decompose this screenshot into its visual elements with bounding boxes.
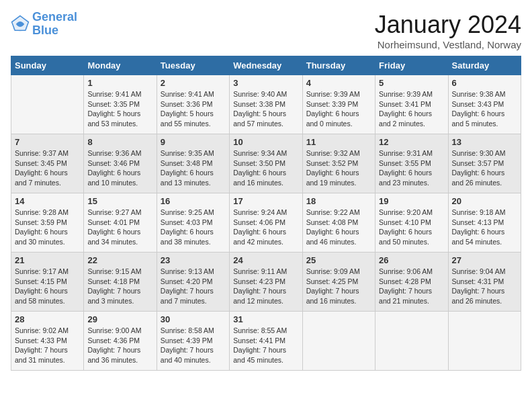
calendar-cell: 5Sunrise: 9:39 AMSunset: 3:41 PMDaylight… [375, 75, 448, 134]
calendar-cell: 2Sunrise: 9:41 AMSunset: 3:36 PMDaylight… [157, 75, 229, 134]
calendar-cell: 4Sunrise: 9:39 AMSunset: 3:39 PMDaylight… [302, 75, 375, 134]
header-friday: Friday [375, 56, 448, 75]
calendar-cell: 16Sunrise: 9:25 AMSunset: 4:03 PMDayligh… [157, 193, 229, 253]
day-number: 31 [233, 314, 298, 324]
calendar-cell: 20Sunrise: 9:18 AMSunset: 4:13 PMDayligh… [448, 193, 521, 253]
calendar-cell: 23Sunrise: 9:13 AMSunset: 4:20 PMDayligh… [157, 253, 229, 312]
calendar-cell: 28Sunrise: 9:02 AMSunset: 4:33 PMDayligh… [11, 312, 84, 371]
header-tuesday: Tuesday [157, 56, 229, 75]
day-info: Sunrise: 9:28 AMSunset: 3:59 PMDaylight:… [15, 208, 80, 247]
day-number: 15 [87, 196, 152, 206]
calendar-cell: 6Sunrise: 9:38 AMSunset: 3:43 PMDaylight… [448, 75, 521, 134]
page-header: General Blue January 2024 Norheimsund, V… [11, 11, 521, 50]
calendar-cell: 13Sunrise: 9:30 AMSunset: 3:57 PMDayligh… [448, 134, 521, 193]
day-info: Sunrise: 9:20 AMSunset: 4:10 PMDaylight:… [379, 208, 444, 247]
calendar-cell [448, 312, 521, 371]
calendar-cell: 8Sunrise: 9:36 AMSunset: 3:46 PMDaylight… [84, 134, 157, 193]
calendar-cell: 18Sunrise: 9:22 AMSunset: 4:08 PMDayligh… [302, 193, 375, 253]
day-info: Sunrise: 9:15 AMSunset: 4:18 PMDaylight:… [87, 267, 152, 306]
day-info: Sunrise: 9:32 AMSunset: 3:52 PMDaylight:… [306, 148, 371, 188]
day-number: 16 [161, 196, 226, 206]
day-info: Sunrise: 9:37 AMSunset: 3:45 PMDaylight:… [15, 148, 80, 188]
calendar-cell [11, 75, 84, 134]
day-number: 17 [233, 196, 298, 206]
day-number: 1 [87, 78, 152, 88]
logo-icon [11, 15, 30, 34]
header-sunday: Sunday [11, 56, 84, 75]
day-info: Sunrise: 9:13 AMSunset: 4:20 PMDaylight:… [161, 267, 226, 306]
calendar-cell [302, 312, 375, 371]
day-number: 24 [233, 255, 298, 265]
day-info: Sunrise: 9:40 AMSunset: 3:38 PMDaylight:… [233, 89, 298, 129]
day-info: Sunrise: 9:36 AMSunset: 3:46 PMDaylight:… [87, 148, 152, 188]
day-number: 20 [452, 196, 517, 206]
day-number: 27 [452, 255, 517, 265]
calendar-cell: 26Sunrise: 9:06 AMSunset: 4:28 PMDayligh… [375, 253, 448, 312]
day-number: 21 [15, 255, 80, 265]
day-number: 19 [379, 196, 444, 206]
calendar-week-row: 7Sunrise: 9:37 AMSunset: 3:45 PMDaylight… [11, 134, 521, 193]
day-info: Sunrise: 9:27 AMSunset: 4:01 PMDaylight:… [87, 208, 152, 247]
location-subtitle: Norheimsund, Vestland, Norway [375, 39, 521, 50]
calendar-cell: 21Sunrise: 9:17 AMSunset: 4:15 PMDayligh… [11, 253, 84, 312]
calendar-week-row: 14Sunrise: 9:28 AMSunset: 3:59 PMDayligh… [11, 193, 521, 253]
header-saturday: Saturday [448, 56, 521, 75]
month-title: January 2024 [375, 11, 521, 39]
calendar-cell: 10Sunrise: 9:34 AMSunset: 3:50 PMDayligh… [230, 134, 302, 193]
calendar-cell: 1Sunrise: 9:41 AMSunset: 3:35 PMDaylight… [84, 75, 157, 134]
day-number: 18 [306, 196, 371, 206]
day-info: Sunrise: 9:31 AMSunset: 3:55 PMDaylight:… [379, 148, 444, 188]
day-info: Sunrise: 9:24 AMSunset: 4:06 PMDaylight:… [233, 208, 298, 247]
calendar-cell: 19Sunrise: 9:20 AMSunset: 4:10 PMDayligh… [375, 193, 448, 253]
header-monday: Monday [84, 56, 157, 75]
calendar-cell: 11Sunrise: 9:32 AMSunset: 3:52 PMDayligh… [302, 134, 375, 193]
calendar-cell: 17Sunrise: 9:24 AMSunset: 4:06 PMDayligh… [230, 193, 302, 253]
day-info: Sunrise: 9:35 AMSunset: 3:48 PMDaylight:… [161, 148, 226, 188]
calendar-cell: 9Sunrise: 9:35 AMSunset: 3:48 PMDaylight… [157, 134, 229, 193]
day-info: Sunrise: 9:39 AMSunset: 3:39 PMDaylight:… [306, 89, 371, 129]
logo-blue: Blue [32, 24, 58, 37]
calendar-cell: 29Sunrise: 9:00 AMSunset: 4:36 PMDayligh… [84, 312, 157, 371]
title-block: January 2024 Norheimsund, Vestland, Norw… [375, 11, 521, 50]
day-info: Sunrise: 9:34 AMSunset: 3:50 PMDaylight:… [233, 148, 298, 188]
day-number: 30 [161, 314, 226, 324]
calendar-week-row: 21Sunrise: 9:17 AMSunset: 4:15 PMDayligh… [11, 253, 521, 312]
day-number: 7 [15, 137, 80, 147]
day-info: Sunrise: 9:18 AMSunset: 4:13 PMDaylight:… [452, 208, 517, 247]
day-info: Sunrise: 8:58 AMSunset: 4:39 PMDaylight:… [161, 326, 226, 365]
day-info: Sunrise: 9:25 AMSunset: 4:03 PMDaylight:… [161, 208, 226, 247]
day-number: 23 [161, 255, 226, 265]
day-number: 4 [306, 78, 371, 88]
calendar-cell [375, 312, 448, 371]
day-info: Sunrise: 9:00 AMSunset: 4:36 PMDaylight:… [87, 326, 152, 365]
day-info: Sunrise: 9:41 AMSunset: 3:36 PMDaylight:… [161, 89, 226, 129]
day-info: Sunrise: 9:41 AMSunset: 3:35 PMDaylight:… [87, 89, 152, 129]
day-number: 12 [379, 137, 444, 147]
calendar-cell: 31Sunrise: 8:55 AMSunset: 4:41 PMDayligh… [230, 312, 302, 371]
day-number: 22 [87, 255, 152, 265]
day-info: Sunrise: 9:06 AMSunset: 4:28 PMDaylight:… [379, 267, 444, 306]
day-number: 29 [87, 314, 152, 324]
calendar-table: SundayMondayTuesdayWednesdayThursdayFrid… [11, 56, 521, 371]
day-info: Sunrise: 9:22 AMSunset: 4:08 PMDaylight:… [306, 208, 371, 247]
calendar-cell: 14Sunrise: 9:28 AMSunset: 3:59 PMDayligh… [11, 193, 84, 253]
logo-text: General Blue [32, 11, 77, 38]
calendar-cell: 27Sunrise: 9:04 AMSunset: 4:31 PMDayligh… [448, 253, 521, 312]
calendar-cell: 7Sunrise: 9:37 AMSunset: 3:45 PMDaylight… [11, 134, 84, 193]
day-info: Sunrise: 9:04 AMSunset: 4:31 PMDaylight:… [452, 267, 517, 306]
header-thursday: Thursday [302, 56, 375, 75]
day-number: 13 [452, 137, 517, 147]
calendar-week-row: 28Sunrise: 9:02 AMSunset: 4:33 PMDayligh… [11, 312, 521, 371]
day-number: 8 [87, 137, 152, 147]
day-number: 5 [379, 78, 444, 88]
calendar-cell: 12Sunrise: 9:31 AMSunset: 3:55 PMDayligh… [375, 134, 448, 193]
calendar-cell: 3Sunrise: 9:40 AMSunset: 3:38 PMDaylight… [230, 75, 302, 134]
day-number: 11 [306, 137, 371, 147]
day-info: Sunrise: 8:55 AMSunset: 4:41 PMDaylight:… [233, 326, 298, 365]
calendar-cell: 24Sunrise: 9:11 AMSunset: 4:23 PMDayligh… [230, 253, 302, 312]
day-info: Sunrise: 9:02 AMSunset: 4:33 PMDaylight:… [15, 326, 80, 365]
calendar-cell: 15Sunrise: 9:27 AMSunset: 4:01 PMDayligh… [84, 193, 157, 253]
day-number: 9 [161, 137, 226, 147]
day-number: 10 [233, 137, 298, 147]
day-number: 3 [233, 78, 298, 88]
